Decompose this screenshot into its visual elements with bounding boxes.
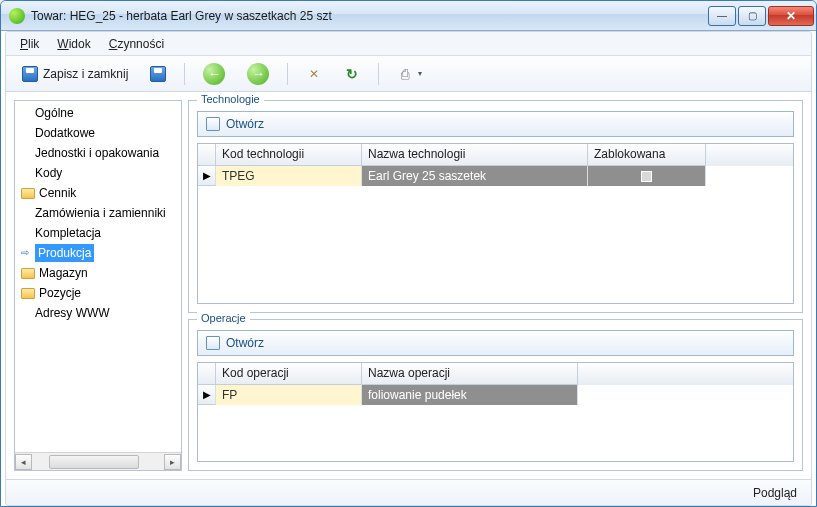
toolbar-separator bbox=[184, 63, 185, 85]
tree-item-dodatkowe[interactable]: Dodatkowe bbox=[15, 123, 181, 143]
tree-item-magazyn[interactable]: Magazyn bbox=[15, 263, 181, 283]
col-zablokowana[interactable]: Zablokowana bbox=[588, 144, 706, 166]
group-label-technologie: Technologie bbox=[197, 93, 264, 105]
arrow-left-icon: ← bbox=[203, 63, 225, 85]
cell-kod[interactable]: TPEG bbox=[216, 166, 362, 186]
folder-icon bbox=[21, 288, 35, 299]
sidebar-hscrollbar[interactable]: ◂ ▸ bbox=[15, 452, 181, 470]
tree-item-kody[interactable]: Kody bbox=[15, 163, 181, 183]
print-icon bbox=[397, 66, 413, 82]
tree-item-jednostki[interactable]: Jednostki i opakowania bbox=[15, 143, 181, 163]
tree-item-kompletacja[interactable]: Kompletacja bbox=[15, 223, 181, 243]
close-button[interactable]: ✕ bbox=[768, 6, 814, 26]
toolbar-separator bbox=[287, 63, 288, 85]
save-close-label: Zapisz i zamknij bbox=[43, 67, 128, 81]
grid-header: Kod technologii Nazwa technologii Zablok… bbox=[198, 144, 793, 166]
minimize-button[interactable]: — bbox=[708, 6, 736, 26]
group-label-operacje: Operacje bbox=[197, 312, 250, 324]
col-kod-technologii[interactable]: Kod technologii bbox=[216, 144, 362, 166]
panel-toolbar-technologie: Otwórz bbox=[197, 111, 794, 137]
panel-toolbar-operacje: Otwórz bbox=[197, 330, 794, 356]
detail-panels: Technologie Otwórz Kod technologii Nazwa… bbox=[188, 100, 803, 471]
status-right[interactable]: Podgląd bbox=[753, 486, 797, 500]
tree-item-cennik[interactable]: Cennik bbox=[15, 183, 181, 203]
col-nazwa-technologii[interactable]: Nazwa technologii bbox=[362, 144, 588, 166]
toolbar-separator bbox=[378, 63, 379, 85]
table-row[interactable]: ▶ TPEG Earl Grey 25 saszetek bbox=[198, 166, 793, 186]
folder-icon bbox=[21, 268, 35, 279]
row-selector-header bbox=[198, 363, 216, 385]
open-icon bbox=[206, 336, 220, 350]
tree-item-ogolne[interactable]: Ogólne bbox=[15, 103, 181, 123]
row-indicator-icon: ▶ bbox=[198, 166, 216, 186]
scroll-thumb[interactable] bbox=[49, 455, 139, 469]
titlebar[interactable]: Towar: HEG_25 - herbata Earl Grey w sasz… bbox=[1, 1, 816, 31]
tree-item-zamowienia[interactable]: Zamówienia i zamienniki bbox=[15, 203, 181, 223]
grid-operacje[interactable]: Kod operacji Nazwa operacji ▶ FP foliowa… bbox=[197, 362, 794, 462]
save-button[interactable] bbox=[142, 61, 174, 87]
menu-czynnosci[interactable]: Czynności bbox=[103, 35, 170, 53]
group-operacje: Operacje Otwórz Kod operacji Nazwa opera… bbox=[188, 319, 803, 471]
scroll-right-button[interactable]: ▸ bbox=[164, 454, 181, 470]
tree-item-pozycje[interactable]: Pozycje bbox=[15, 283, 181, 303]
nav-back-button[interactable]: ← bbox=[195, 58, 233, 90]
content: Ogólne Dodatkowe Jednostki i opakowania … bbox=[6, 92, 811, 479]
cell-nazwa[interactable]: foliowanie pudełek bbox=[362, 385, 578, 405]
sidebar: Ogólne Dodatkowe Jednostki i opakowania … bbox=[14, 100, 182, 471]
dropdown-icon: ▾ bbox=[418, 69, 426, 78]
group-technologie: Technologie Otwórz Kod technologii Nazwa… bbox=[188, 100, 803, 313]
selected-arrow-icon: ⇨ bbox=[21, 244, 31, 262]
col-nazwa-operacji[interactable]: Nazwa operacji bbox=[362, 363, 578, 385]
arrow-right-icon: → bbox=[247, 63, 269, 85]
nav-forward-button[interactable]: → bbox=[239, 58, 277, 90]
refresh-button[interactable] bbox=[336, 61, 368, 87]
nav-tree: Ogólne Dodatkowe Jednostki i opakowania … bbox=[15, 101, 181, 452]
client-area: Plik Widok Czynności Zapisz i zamknij ← … bbox=[5, 31, 812, 506]
tree-item-adresy[interactable]: Adresy WWW bbox=[15, 303, 181, 323]
maximize-button[interactable]: ▢ bbox=[738, 6, 766, 26]
table-row[interactable]: ▶ FP foliowanie pudełek bbox=[198, 385, 793, 405]
grid-technologie[interactable]: Kod technologii Nazwa technologii Zablok… bbox=[197, 143, 794, 304]
grid-header: Kod operacji Nazwa operacji bbox=[198, 363, 793, 385]
open-button-tech[interactable]: Otwórz bbox=[226, 117, 264, 131]
statusbar: Podgląd bbox=[6, 479, 811, 505]
refresh-icon bbox=[344, 66, 360, 82]
tools-icon bbox=[306, 66, 322, 82]
app-icon bbox=[9, 8, 25, 24]
tree-item-produkcja[interactable]: ⇨Produkcja bbox=[15, 243, 181, 263]
cell-nazwa[interactable]: Earl Grey 25 saszetek bbox=[362, 166, 588, 186]
checkbox-icon[interactable] bbox=[641, 171, 652, 182]
save-and-close-button[interactable]: Zapisz i zamknij bbox=[14, 61, 136, 87]
save-icon bbox=[150, 66, 166, 82]
col-kod-operacji[interactable]: Kod operacji bbox=[216, 363, 362, 385]
cell-zablokowana[interactable] bbox=[588, 166, 706, 186]
row-selector-header bbox=[198, 144, 216, 166]
save-icon bbox=[22, 66, 38, 82]
window-title: Towar: HEG_25 - herbata Earl Grey w sasz… bbox=[31, 9, 706, 23]
open-icon bbox=[206, 117, 220, 131]
cell-kod[interactable]: FP bbox=[216, 385, 362, 405]
folder-icon bbox=[21, 188, 35, 199]
print-button[interactable]: ▾ bbox=[389, 61, 434, 87]
window: Towar: HEG_25 - herbata Earl Grey w sasz… bbox=[0, 0, 817, 507]
menu-widok[interactable]: Widok bbox=[51, 35, 96, 53]
tools-button[interactable] bbox=[298, 61, 330, 87]
menu-plik[interactable]: Plik bbox=[14, 35, 45, 53]
toolbar: Zapisz i zamknij ← → ▾ bbox=[6, 56, 811, 92]
open-button-ops[interactable]: Otwórz bbox=[226, 336, 264, 350]
row-indicator-icon: ▶ bbox=[198, 385, 216, 405]
menubar: Plik Widok Czynności bbox=[6, 32, 811, 56]
scroll-left-button[interactable]: ◂ bbox=[15, 454, 32, 470]
